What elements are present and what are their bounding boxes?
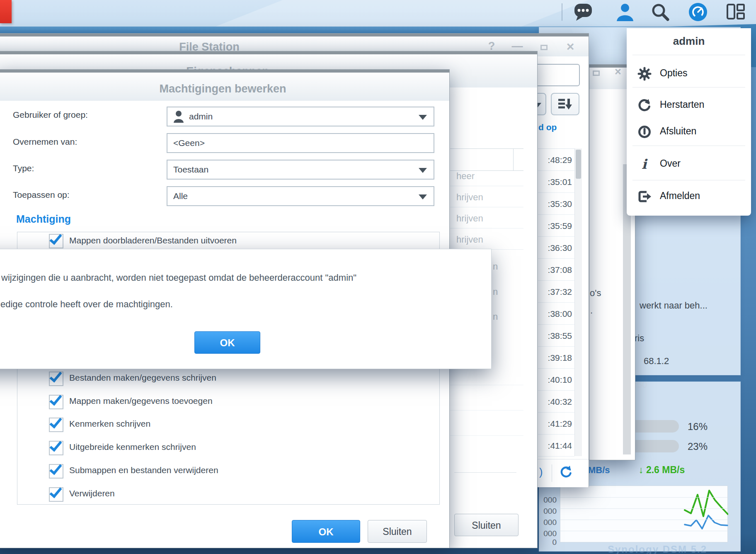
file-row-timestamp[interactable]: :38:00 (538, 303, 574, 325)
info-icon: i (637, 157, 652, 171)
dsm-topbar (0, 0, 756, 23)
file-row-timestamp[interactable]: :36:30 (538, 237, 574, 259)
network-traffic-graph (560, 486, 728, 542)
chevron-down-icon (419, 168, 427, 173)
download-arrow-icon: ↓ (639, 464, 644, 475)
permission-checkbox[interactable] (49, 372, 63, 386)
window-top-edge (0, 34, 589, 36)
permission-row-fragment: hrijven (456, 234, 483, 245)
permission-row-fragment: hrijven (456, 213, 483, 224)
widgets-icon[interactable] (726, 2, 746, 22)
ok-button[interactable]: OK (194, 331, 260, 354)
logout-icon (637, 190, 652, 204)
file-row-timestamp[interactable]: :41:44 (538, 435, 574, 457)
sort-descending-icon (558, 98, 573, 111)
file-list: :48:29 :35:01 :35:30 :35:59 :36:30 :37:0… (538, 148, 574, 457)
menu-title: admin (627, 35, 751, 48)
clipped-text-fragment: . (590, 305, 593, 316)
permission-checkbox[interactable] (49, 234, 63, 248)
refresh-icon[interactable] (559, 465, 573, 479)
apply-to-select[interactable]: Alle (167, 186, 434, 206)
axis-label-fragment: 000 (540, 518, 557, 527)
axis-label-fragment: 000 (540, 529, 557, 538)
file-row-timestamp[interactable]: :37:32 (538, 281, 574, 303)
file-row-timestamp[interactable]: :38:55 (538, 325, 574, 347)
permission-label: Mappen doorbladeren/Bestanden uitvoeren (69, 236, 237, 245)
menu-item-opties[interactable]: Opties (627, 65, 751, 83)
permission-checkbox[interactable] (49, 487, 63, 502)
user-icon[interactable] (615, 2, 635, 22)
permission-checkbox[interactable] (49, 441, 63, 455)
permission-label: Kenmerken schrijven (69, 419, 150, 429)
permission-label: Uitgebreide kenmerken schrijven (69, 442, 196, 452)
axis-label-fragment: 0 (540, 538, 557, 547)
permission-row-fragment: hrijven (456, 192, 483, 203)
menu-item-over[interactable]: i Over (627, 156, 751, 174)
menu-item-afsluiten[interactable]: Afsluiten (627, 123, 751, 141)
file-row-timestamp[interactable]: :40:10 (538, 369, 574, 391)
axis-label-fragment: 000 (540, 496, 557, 505)
message-text: edige controle heeft over de machtiginge… (0, 299, 173, 310)
gear-icon (637, 67, 652, 81)
table-column-border (513, 148, 514, 170)
row-tail-fragment: n (493, 287, 498, 297)
column-header-modified[interactable]: d op (538, 122, 557, 132)
file-row-timestamp[interactable]: :41:29 (538, 413, 574, 435)
close-button[interactable]: Sluiten (454, 514, 519, 536)
permission-label: Verwijderen (69, 488, 115, 498)
row-tail-fragment: n (493, 261, 498, 272)
dsm-watermark: Synology DSM 5.2 (608, 544, 707, 554)
menu-item-herstarten[interactable]: Herstarten (627, 97, 751, 115)
permission-row-fragment: heer (456, 171, 475, 182)
ram-usage-percent: 23% (688, 441, 708, 452)
dialog-title: Machtigingen bewerken (159, 83, 286, 95)
dialog-titlebar[interactable]: Machtigingen bewerken (0, 73, 449, 101)
file-row-timestamp[interactable]: :35:30 (538, 193, 574, 215)
permission-label: Mappen maken/gegevens toevoegen (69, 396, 213, 406)
chat-icon[interactable] (573, 2, 593, 22)
admin-dropdown-menu: admin Opties Herstarten (627, 28, 751, 216)
window-top-edge (0, 70, 449, 73)
file-row-timestamp[interactable]: :35:01 (538, 171, 574, 193)
maximize-icon[interactable] (593, 70, 600, 76)
close-button[interactable]: Sluiten (368, 520, 427, 543)
power-icon (637, 125, 652, 139)
file-row-timestamp[interactable]: :37:08 (538, 259, 574, 281)
check-icon (49, 393, 62, 406)
close-icon[interactable]: × (611, 66, 625, 78)
traffic-lines (560, 486, 728, 543)
download-speed: ↓ 2.6 MB/s (639, 464, 685, 476)
menu-item-afmelden[interactable]: Afmelden (627, 188, 751, 206)
status-text-fragment: ris (635, 333, 644, 344)
permission-label: Submappen en bestanden verwijderen (69, 465, 218, 475)
file-row-timestamp[interactable]: :48:29 (538, 149, 574, 171)
sort-button[interactable] (551, 93, 579, 115)
clipped-text-fragment: o's (590, 288, 601, 299)
restart-icon (637, 98, 652, 112)
chevron-down-icon (419, 194, 427, 199)
window-top-edge (0, 51, 537, 54)
topbar-divider (562, 3, 562, 21)
status-text-fragment: werkt naar beh... (640, 300, 708, 311)
scrollbar-thumb[interactable] (576, 150, 581, 179)
status-paren-fragment: ) (539, 466, 543, 478)
file-row-timestamp[interactable]: :35:59 (538, 215, 574, 237)
permission-checkbox[interactable] (49, 395, 63, 409)
permission-checkbox[interactable] (49, 464, 63, 479)
gauge-icon[interactable] (688, 2, 708, 22)
row-tail-fragment: n (493, 311, 498, 322)
maximize-icon[interactable] (540, 45, 548, 50)
inherit-from-field[interactable]: <Geen> (167, 133, 434, 153)
upload-speed-fragment: MB/s (588, 465, 610, 476)
file-row-timestamp[interactable]: :40:32 (538, 391, 574, 413)
permission-checkbox[interactable] (49, 418, 63, 432)
user-or-group-select[interactable]: admin (167, 107, 434, 126)
scrollbar (574, 148, 582, 456)
file-row-timestamp[interactable]: :39:18 (538, 347, 574, 369)
close-icon[interactable]: × (563, 39, 577, 54)
ok-button[interactable]: OK (292, 520, 360, 543)
field-label: Toepassen op: (13, 190, 70, 200)
search-icon[interactable] (650, 2, 670, 22)
type-select[interactable]: Toestaan (167, 160, 434, 180)
check-icon (49, 462, 62, 475)
